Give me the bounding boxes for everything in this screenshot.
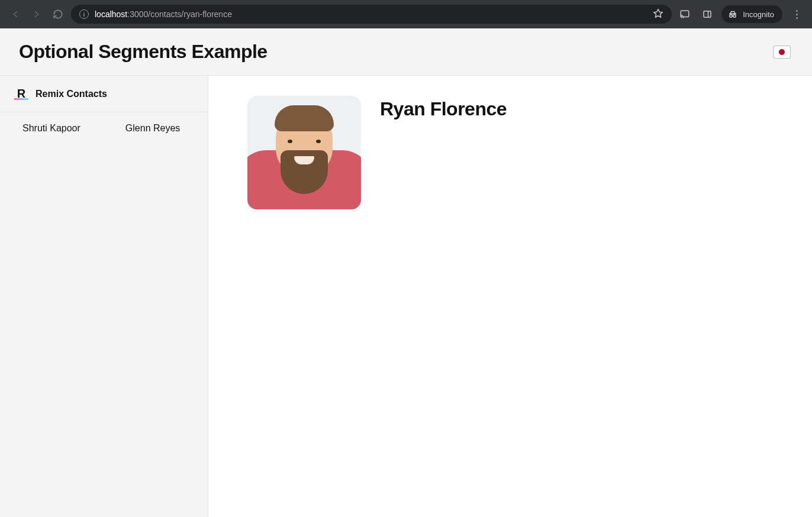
site-info-icon[interactable]: i bbox=[79, 9, 89, 19]
chrome-right: Incognito bbox=[676, 5, 805, 23]
svg-rect-1 bbox=[704, 11, 711, 18]
sidebar-item-contact[interactable]: Ryan Florence bbox=[202, 116, 208, 140]
remix-logo-icon: R bbox=[14, 87, 28, 101]
forward-button[interactable] bbox=[28, 6, 45, 22]
incognito-badge[interactable]: Incognito bbox=[721, 5, 782, 23]
svg-rect-0 bbox=[681, 11, 689, 17]
url-port: :3000 bbox=[127, 9, 148, 19]
url-host: localhost bbox=[95, 9, 127, 19]
url-bar[interactable]: i localhost:3000/contacts/ryan-florence bbox=[71, 5, 672, 24]
page-header: Optional Segments Example bbox=[0, 28, 812, 76]
panel-icon[interactable] bbox=[699, 6, 716, 22]
browser-chrome: i localhost:3000/contacts/ryan-florence … bbox=[0, 0, 812, 28]
language-flag-button[interactable] bbox=[773, 46, 791, 59]
sidebar-header[interactable]: R Remix Contacts bbox=[0, 76, 208, 112]
sidebar-item-label: Glenn Reyes bbox=[125, 123, 181, 133]
sidebar-item-contact[interactable]: Shruti Kapoor bbox=[0, 116, 103, 140]
sidebar-item-contact[interactable]: Glenn Reyes bbox=[103, 116, 203, 140]
app-body: R Remix Contacts Shruti KapoorGlenn Reye… bbox=[0, 76, 812, 517]
cast-icon[interactable] bbox=[676, 6, 693, 22]
url-path: /contacts/ryan-florence bbox=[148, 9, 232, 19]
svg-point-3 bbox=[733, 15, 736, 18]
page-title: Optional Segments Example bbox=[19, 41, 268, 63]
back-button[interactable] bbox=[7, 6, 24, 22]
incognito-icon bbox=[727, 9, 738, 20]
sidebar-item-label: Shruti Kapoor bbox=[22, 123, 80, 133]
svg-point-2 bbox=[730, 15, 733, 18]
reload-button[interactable] bbox=[50, 6, 66, 22]
contact-avatar bbox=[247, 96, 361, 209]
bookmark-star-icon[interactable] bbox=[653, 8, 663, 21]
url-text: localhost:3000/contacts/ryan-florence bbox=[95, 9, 232, 19]
contact-list: Shruti KapoorGlenn ReyesRyan FlorenceOsc… bbox=[0, 112, 208, 144]
contact-name: Ryan Florence bbox=[380, 98, 507, 120]
contact-detail: Ryan Florence bbox=[208, 76, 812, 517]
browser-menu-button[interactable] bbox=[788, 6, 805, 22]
sidebar-brand: Remix Contacts bbox=[36, 89, 107, 99]
incognito-label: Incognito bbox=[743, 10, 774, 19]
sidebar: R Remix Contacts Shruti KapoorGlenn Reye… bbox=[0, 76, 208, 517]
